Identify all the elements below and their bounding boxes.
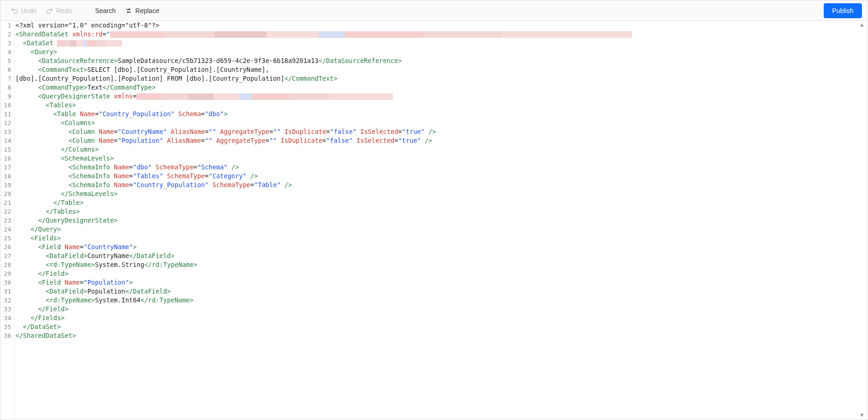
code-line[interactable]: <CommandText>SELECT [dbo].[Country_Popul… — [15, 65, 868, 74]
code-editor[interactable]: 1234567891011121314151617181920212223242… — [0, 21, 868, 420]
line-number: 4 — [0, 48, 14, 56]
code-line[interactable]: </Query> — [15, 225, 868, 234]
redo-icon — [46, 7, 53, 14]
redo-label: Redo — [56, 7, 71, 14]
line-number: 21 — [0, 198, 14, 207]
line-number: 28 — [0, 260, 14, 269]
code-line[interactable]: <Table Name="Country_Population" Schema=… — [15, 110, 868, 119]
redacted-text — [137, 93, 393, 100]
line-number: 33 — [0, 305, 14, 314]
line-number: 18 — [0, 172, 14, 181]
line-number: 32 — [0, 296, 14, 305]
code-line[interactable]: <Tables> — [15, 101, 868, 110]
line-number: 24 — [0, 225, 14, 234]
undo-label: Undo — [21, 7, 36, 14]
code-line[interactable]: <?xml version="1.0" encoding="utf-8"?> — [15, 21, 868, 30]
line-number: 3 — [0, 39, 14, 48]
code-line[interactable]: <rd:TypeName>System.Int64</rd:TypeName> — [15, 296, 868, 305]
line-number: 10 — [0, 101, 14, 110]
line-number: 7 — [0, 74, 14, 83]
line-number: 35 — [0, 322, 14, 331]
code-line[interactable]: <rd:TypeName>System.String</rd:TypeName> — [15, 260, 868, 269]
toolbar: Undo Redo Search Replace Publish — [0, 0, 868, 21]
line-number: 19 — [0, 181, 14, 189]
line-number: 22 — [0, 207, 14, 216]
line-number: 14 — [0, 136, 14, 145]
publish-button[interactable]: Publish — [824, 3, 862, 18]
line-number: 34 — [0, 314, 14, 322]
line-number: 16 — [0, 154, 14, 163]
code-line[interactable]: <SchemaInfo Name="Tables" SchemaType="Ca… — [15, 172, 868, 181]
code-line[interactable]: </QueryDesignerState> — [15, 216, 868, 225]
line-number: 2 — [0, 30, 14, 39]
scroll-down-arrow[interactable]: ▼ — [858, 412, 866, 419]
code-line[interactable]: <Field Name="Population"> — [15, 278, 868, 287]
redacted-text — [57, 40, 122, 47]
code-line[interactable]: <SchemaInfo Name="dbo" SchemaType="Schem… — [15, 163, 868, 172]
redo-button[interactable]: Redo — [41, 4, 76, 17]
code-line[interactable]: <DataSourceReference>SampleDatasource/c5… — [15, 56, 868, 65]
code-line[interactable]: </Columns> — [15, 145, 868, 154]
code-line[interactable]: <Query> — [15, 48, 868, 56]
line-number: 13 — [0, 127, 14, 136]
code-line[interactable]: </SharedDataSet> — [15, 331, 868, 340]
replace-icon — [125, 7, 132, 14]
code-line[interactable]: </Field> — [15, 269, 868, 278]
code-line[interactable]: <Fields> — [15, 234, 868, 243]
line-number: 20 — [0, 189, 14, 198]
code-line[interactable]: <SchemaLevels> — [15, 154, 868, 163]
search-button[interactable]: Search — [90, 4, 120, 17]
line-number: 30 — [0, 278, 14, 287]
line-number: 25 — [0, 234, 14, 243]
code-line[interactable]: <DataField>CountryName</DataField> — [15, 252, 868, 260]
redacted-text — [110, 31, 632, 38]
replace-label: Replace — [135, 7, 159, 14]
line-number: 29 — [0, 269, 14, 278]
undo-button[interactable]: Undo — [6, 4, 41, 17]
line-number: 8 — [0, 83, 14, 92]
line-number: 36 — [0, 331, 14, 340]
code-line[interactable]: <Column Name="Population" AliasName="" A… — [15, 136, 868, 145]
line-number: 17 — [0, 163, 14, 172]
code-line[interactable]: <DataSet — [15, 39, 868, 48]
line-number: 6 — [0, 65, 14, 74]
publish-label: Publish — [832, 7, 854, 14]
line-number: 5 — [0, 56, 14, 65]
code-line[interactable]: <SchemaInfo Name="Country_Population" Sc… — [15, 181, 868, 189]
line-number: 31 — [0, 287, 14, 296]
code-line[interactable]: </Fields> — [15, 314, 868, 322]
line-number: 27 — [0, 252, 14, 260]
code-area[interactable]: <?xml version="1.0" encoding="utf-8"?><S… — [14, 21, 868, 420]
code-line[interactable]: </Field> — [15, 305, 868, 314]
line-number: 1 — [0, 21, 14, 30]
scroll-up-arrow[interactable]: ▲ — [858, 22, 866, 28]
code-line[interactable]: </Tables> — [15, 207, 868, 216]
line-number: 26 — [0, 243, 14, 252]
undo-icon — [11, 7, 18, 14]
code-line[interactable]: </Table> — [15, 198, 868, 207]
code-line[interactable]: </SchemaLevels> — [15, 189, 868, 198]
line-number: 11 — [0, 110, 14, 119]
code-line[interactable]: </DataSet> — [15, 322, 868, 331]
code-line[interactable]: <Column Name="CountryName" AliasName="" … — [15, 127, 868, 136]
line-number: 12 — [0, 119, 14, 127]
line-number: 15 — [0, 145, 14, 154]
replace-button[interactable]: Replace — [120, 4, 164, 17]
code-line[interactable]: <Field Name="CountryName"> — [15, 243, 868, 252]
line-number: 23 — [0, 216, 14, 225]
code-line[interactable]: <CommandType>Text</CommandType> — [15, 83, 868, 92]
code-line[interactable]: <QueryDesignerState xmlns= — [15, 92, 868, 101]
code-line[interactable]: [dbo].[Country_Population].[Population] … — [15, 74, 868, 83]
code-line[interactable]: <Columns> — [15, 119, 868, 127]
code-line[interactable]: <DataField>Population</DataField> — [15, 287, 868, 296]
line-number: 9 — [0, 92, 14, 101]
search-label: Search — [95, 7, 116, 14]
line-number-gutter: 1234567891011121314151617181920212223242… — [0, 21, 14, 420]
code-line[interactable]: <SharedDataSet xmlns:rd=" — [15, 30, 868, 39]
